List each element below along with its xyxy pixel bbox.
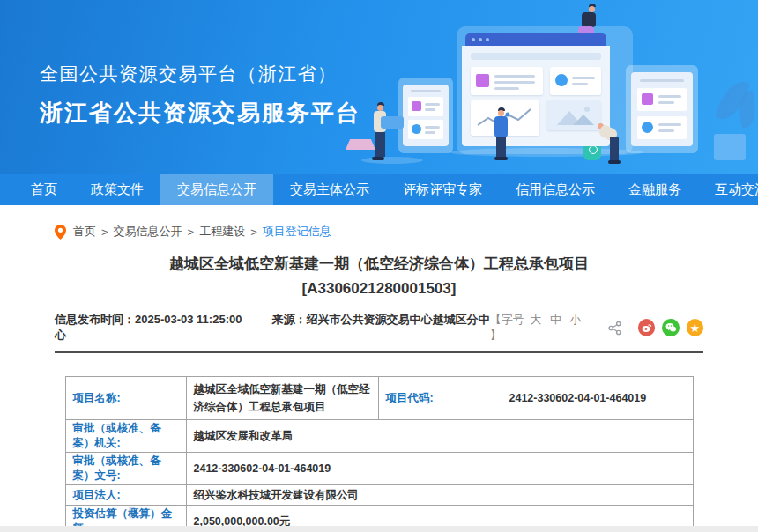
approval-authority-label: 审批（或核准、备案）机关:	[65, 420, 186, 453]
font-size-suffix: 】	[490, 329, 502, 342]
project-name-value: 越城区全域低空新基建一期（低空经济综合体）工程总承包项目	[186, 377, 378, 420]
image-placeholder-card	[546, 100, 601, 130]
breadcrumb-home[interactable]: 首页	[73, 224, 96, 240]
breadcrumb-separator: >	[101, 225, 108, 239]
deco-trapezoid	[346, 139, 375, 150]
browser-glow-frame	[457, 26, 633, 154]
table-row-legal-person: 项目法人: 绍兴鉴水科技城开发建设有限公司	[65, 485, 693, 506]
table-row-approval-number: 审批（或核准、备案）文号: 2412-330602-04-01-464019	[65, 453, 693, 485]
publish-time-value: 2025-03-03 11:25:00	[135, 313, 242, 326]
nav-item-evaluation-experts[interactable]: 评标评审专家	[386, 174, 499, 205]
nav-item-trade-subject-publicity[interactable]: 交易主体公示	[273, 174, 386, 205]
breadcrumb-trade-info[interactable]: 交易信息公开	[114, 224, 182, 240]
project-code-value: 2412-330602-04-01-464019	[502, 377, 693, 420]
table-row-project-name: 项目名称: 越城区全域低空新基建一期（低空经济综合体）工程总承包项目 项目代码:…	[65, 377, 693, 420]
project-code-label: 项目代码:	[378, 377, 502, 420]
dashboard-card	[471, 67, 543, 95]
breadcrumb-separator: >	[250, 225, 257, 239]
project-info-table: 项目名称: 越城区全域低空新基建一期（低空经济综合体）工程总承包项目 项目代码:…	[65, 376, 694, 532]
font-size-prefix: 【字号	[490, 313, 524, 326]
banner-titles: 全国公共资源交易平台（浙江省） 浙江省公共资源交易服务平台	[40, 62, 360, 129]
approval-number-value: 2412-330602-04-01-464019	[186, 453, 693, 485]
browser-titlebar	[465, 33, 606, 46]
shield-badge	[583, 139, 601, 160]
approval-number-label: 审批（或核准、备案）文号:	[65, 453, 186, 485]
nav-item-home[interactable]: 首页	[14, 174, 74, 205]
table-row-approval-authority: 审批（或核准、备案）机关: 越城区发展和改革局	[65, 420, 693, 453]
project-title-text: 越城区全域低空新基建一期（低空经济综合体）工程总承包项目	[169, 255, 589, 272]
left-tablet	[398, 78, 453, 153]
dashboard-card	[550, 67, 601, 95]
breadcrumb-project-registration[interactable]: 项目登记信息	[263, 224, 331, 240]
publish-time-label: 信息发布时间：	[55, 313, 135, 326]
approval-authority-value: 越城区发展和改革局	[186, 420, 693, 453]
font-size-large-button[interactable]: 大	[530, 313, 541, 326]
plant-leaf	[715, 77, 750, 124]
main-nav: 首页 政策文件 交易信息公开 交易主体公示 评标评审专家 信用信息公示 金融服务…	[0, 174, 758, 205]
person-at-screen	[492, 107, 511, 162]
breadcrumb-separator: >	[188, 225, 195, 239]
source-label: 来源：	[271, 313, 306, 326]
nav-item-financial-services[interactable]: 金融服务	[612, 174, 698, 205]
deco-cube	[714, 134, 746, 160]
page-title: 越城区全域低空新基建一期（低空经济综合体）工程总承包项目 [A330602128…	[53, 252, 705, 301]
plant-leaf	[735, 90, 758, 128]
line-chart-card	[471, 100, 539, 136]
font-size-widget: 【字号 大 中 小 】	[490, 312, 595, 344]
site-banner: 全国公共资源交易平台（浙江省） 浙江省公共资源交易服务平台	[0, 0, 758, 174]
person-carrying-board	[368, 102, 404, 164]
location-pin-icon	[55, 225, 66, 240]
breadcrumb: 首页 > 交易信息公开 > 工程建设 > 项目登记信息	[55, 224, 758, 240]
provincial-platform-title: 浙江省公共资源交易服务平台	[40, 98, 360, 129]
nav-item-trade-info-disclosure[interactable]: 交易信息公开	[160, 174, 273, 205]
article-meta-right: 【字号 大 中 小 】	[490, 312, 703, 344]
right-tablet	[626, 65, 698, 153]
wechat-share-icon[interactable]	[662, 319, 679, 336]
font-size-medium-button[interactable]: 中	[550, 313, 561, 326]
national-platform-title: 全国公共资源交易平台（浙江省）	[40, 62, 360, 86]
font-size-small-button[interactable]: 小	[570, 313, 582, 326]
project-code-text: [A3306021280001503]	[302, 280, 457, 297]
person-bending	[596, 116, 626, 164]
project-name-label: 项目名称:	[65, 377, 186, 420]
weibo-share-icon[interactable]	[638, 319, 655, 336]
article-meta-row: 信息发布时间：2025-03-03 11:25:00来源：绍兴市公共资源交易中心…	[55, 312, 703, 353]
share-icon[interactable]	[607, 321, 622, 336]
qzone-share-icon[interactable]: ★	[687, 319, 703, 336]
legal-person-label: 项目法人:	[65, 485, 186, 506]
banner-illustration	[344, 0, 758, 174]
person-sitting-on-window	[575, 4, 601, 44]
legal-person-value: 绍兴鉴水科技城开发建设有限公司	[186, 485, 693, 506]
nav-item-policy-documents[interactable]: 政策文件	[74, 174, 160, 205]
nav-item-credit-info-publicity[interactable]: 信用信息公示	[499, 174, 612, 205]
browser-screen	[462, 46, 610, 146]
breadcrumb-engineering[interactable]: 工程建设	[199, 224, 245, 240]
page-bottom-strip	[0, 526, 758, 532]
article-meta-left: 信息发布时间：2025-03-03 11:25:00来源：绍兴市公共资源交易中心…	[55, 312, 490, 344]
nav-item-interaction[interactable]: 互动交流	[698, 174, 758, 205]
